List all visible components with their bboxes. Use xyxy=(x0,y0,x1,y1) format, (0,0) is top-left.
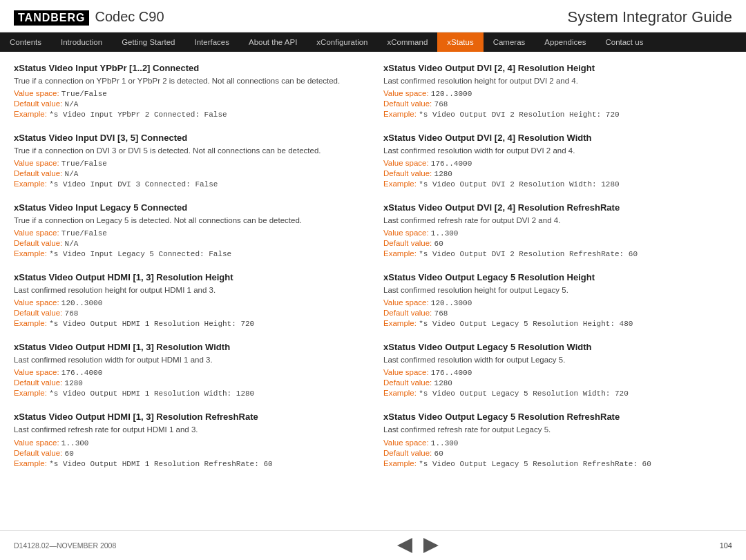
example-label: Example: xyxy=(14,459,47,467)
default-label: Default value: xyxy=(383,169,432,177)
value-space-value: True/False xyxy=(61,229,107,238)
nav-item-about-the-api[interactable]: About the API xyxy=(239,32,307,52)
default-value: 60 xyxy=(434,450,443,458)
value-space-row: Value space: 176..4000 xyxy=(383,159,732,168)
section-title: xStatus Video Output Legacy 5 Resolution… xyxy=(383,272,732,282)
example-label: Example: xyxy=(383,180,417,188)
footer-navigation[interactable] xyxy=(397,538,439,553)
default-value-row: Default value: N/A xyxy=(14,99,363,108)
example-row: Example: *s Video Output DVI 2 Resolutio… xyxy=(383,110,732,119)
section-desc: True if a connection on YPbPr 1 or YPbPr… xyxy=(14,75,363,86)
default-label: Default value: xyxy=(14,378,62,387)
example-value: *s Video Output DVI 2 Resolution Refresh… xyxy=(419,250,638,258)
example-value: *s Video Input DVI 3 Connected: False xyxy=(49,180,218,189)
value-space-row: Value space: 176..4000 xyxy=(14,368,363,377)
example-value: *s Video Output DVI 2 Resolution Height:… xyxy=(419,110,619,119)
nav-item-contents[interactable]: Contents xyxy=(0,32,51,52)
value-space-value: 1..300 xyxy=(61,439,89,447)
example-row: Example: *s Video Output Legacy 5 Resolu… xyxy=(383,319,732,328)
section-block: xStatus Video Output DVI [2, 4] Resoluti… xyxy=(383,202,732,258)
section-title: xStatus Video Output DVI [2, 4] Resoluti… xyxy=(383,133,732,143)
page-footer: D14128.02—NOVEMBER 2008 104 xyxy=(0,530,746,560)
nav-item-appendices[interactable]: Appendices xyxy=(535,32,595,52)
nav-item-cameras[interactable]: Cameras xyxy=(484,32,535,52)
value-space-label: Value space: xyxy=(14,89,59,97)
value-space-value: 120..3000 xyxy=(61,299,102,307)
logo-product: Codec C90 xyxy=(95,9,164,25)
prev-page-button[interactable] xyxy=(397,538,412,553)
value-space-value: 120..3000 xyxy=(431,90,472,98)
section-title: xStatus Video Input YPbPr [1..2] Connect… xyxy=(14,63,363,73)
example-row: Example: *s Video Input DVI 3 Connected:… xyxy=(14,180,363,189)
default-value-row: Default value: 768 xyxy=(383,99,732,108)
value-space-row: Value space: 120..3000 xyxy=(14,298,363,307)
default-label: Default value: xyxy=(14,169,62,177)
value-space-row: Value space: 120..3000 xyxy=(383,298,732,307)
section-desc: Last confirmed resolution height for out… xyxy=(14,284,363,296)
default-label: Default value: xyxy=(14,449,62,457)
default-value-row: Default value: 60 xyxy=(383,449,732,458)
example-row: Example: *s Video Output HDMI 1 Resoluti… xyxy=(14,389,363,398)
value-space-value: 176..4000 xyxy=(61,369,102,377)
section-block: xStatus Video Output DVI [2, 4] Resoluti… xyxy=(383,63,732,119)
value-space-value: 176..4000 xyxy=(431,369,472,377)
value-space-label: Value space: xyxy=(14,298,59,307)
section-desc: Last confirmed resolution width for outp… xyxy=(14,354,363,365)
value-space-label: Value space: xyxy=(383,229,429,237)
value-space-value: 120..3000 xyxy=(431,299,472,307)
nav-item-interfaces[interactable]: Interfaces xyxy=(185,32,240,52)
section-desc: True if a connection on DVI 3 or DVI 5 i… xyxy=(14,145,363,156)
nav-item-introduction[interactable]: Introduction xyxy=(51,32,112,52)
default-label: Default value: xyxy=(14,99,62,108)
section-block: xStatus Video Output HDMI [1, 3] Resolut… xyxy=(14,412,363,467)
nav-item-xstatus[interactable]: xStatus xyxy=(437,32,483,52)
default-value: N/A xyxy=(65,170,79,178)
value-space-value: 1..300 xyxy=(431,229,459,238)
value-space-row: Value space: 1..300 xyxy=(383,229,732,238)
section-desc: Last confirmed refresh rate for output L… xyxy=(383,424,732,435)
default-value-row: Default value: N/A xyxy=(14,239,363,248)
default-label: Default value: xyxy=(383,239,432,247)
value-space-row: Value space: 120..3000 xyxy=(383,89,732,98)
value-space-label: Value space: xyxy=(14,368,59,376)
doc-id: D14128.02—NOVEMBER 2008 xyxy=(14,541,116,550)
default-value-row: Default value: 768 xyxy=(383,309,732,318)
value-space-label: Value space: xyxy=(383,159,429,167)
value-space-row: Value space: 1..300 xyxy=(383,438,732,447)
section-desc: Last confirmed refresh rate for output D… xyxy=(383,215,732,226)
example-label: Example: xyxy=(14,319,47,327)
default-value: 60 xyxy=(434,240,443,248)
value-space-value: 176..4000 xyxy=(431,160,472,168)
logo: TANDBERG Codec C90 xyxy=(14,9,164,26)
example-label: Example: xyxy=(14,249,47,258)
section-title: xStatus Video Output DVI [2, 4] Resoluti… xyxy=(383,202,732,213)
default-value-row: Default value: 1280 xyxy=(14,378,363,387)
section-title: xStatus Video Output Legacy 5 Resolution… xyxy=(383,412,732,422)
example-row: Example: *s Video Input Legacy 5 Connect… xyxy=(14,249,363,258)
value-space-row: Value space: True/False xyxy=(14,229,363,238)
section-block: xStatus Video Output HDMI [1, 3] Resolut… xyxy=(14,342,363,398)
section-block: xStatus Video Input DVI [3, 5] Connected… xyxy=(14,133,363,189)
value-space-row: Value space: 1..300 xyxy=(14,438,363,447)
section-title: xStatus Video Output HDMI [1, 3] Resolut… xyxy=(14,412,363,422)
example-row: Example: *s Video Output DVI 2 Resolutio… xyxy=(383,180,732,189)
value-space-label: Value space: xyxy=(14,229,59,237)
section-desc: Last confirmed resolution height for out… xyxy=(383,75,732,86)
default-value: 1280 xyxy=(434,379,452,387)
default-label: Default value: xyxy=(383,378,432,387)
logo-brand: TANDBERG xyxy=(14,10,89,26)
nav-item-getting-started[interactable]: Getting Started xyxy=(112,32,184,52)
section-desc: Last confirmed resolution width for outp… xyxy=(383,145,732,156)
value-space-label: Value space: xyxy=(14,438,59,447)
nav-item-xcommand[interactable]: xCommand xyxy=(378,32,438,52)
default-value: 768 xyxy=(434,309,448,318)
nav-item-contact-us[interactable]: Contact us xyxy=(595,32,653,52)
section-block: xStatus Video Output Legacy 5 Resolution… xyxy=(383,342,732,398)
nav-item-xconfiguration[interactable]: xConfiguration xyxy=(307,32,377,52)
default-value: N/A xyxy=(65,100,79,108)
default-value-row: Default value: N/A xyxy=(14,169,363,178)
default-value-row: Default value: 768 xyxy=(14,309,363,318)
next-page-button[interactable] xyxy=(423,538,439,553)
value-space-label: Value space: xyxy=(383,368,429,376)
section-desc: Last confirmed resolution height for out… xyxy=(383,284,732,296)
